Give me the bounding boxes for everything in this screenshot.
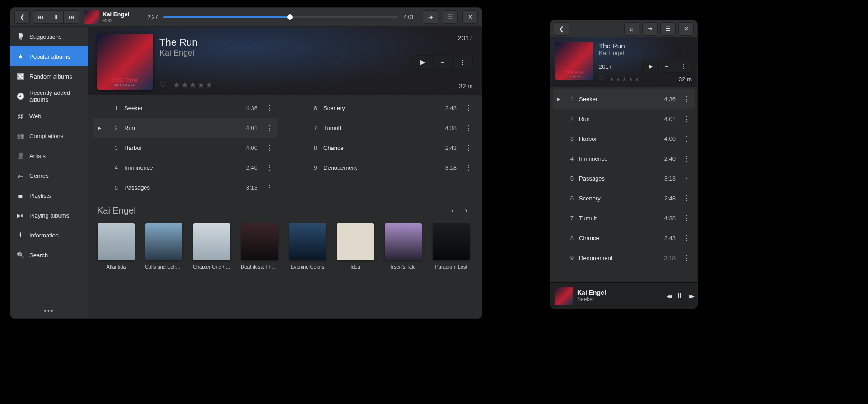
sidebar-overflow[interactable]: ••• <box>10 304 88 318</box>
album-meta-right: 2017 32 m <box>412 34 473 90</box>
compact-track-row[interactable]: 4Imminence2:40 <box>553 149 695 168</box>
compact-track-row[interactable]: 1Seeker4:36 <box>553 89 695 109</box>
track-menu-button[interactable] <box>681 135 692 143</box>
related-album[interactable]: Deathless: The R… <box>241 223 279 269</box>
play-album-button[interactable] <box>413 56 433 69</box>
sidebar-item-suggestions[interactable]: Suggestions <box>10 27 88 46</box>
track-menu-button[interactable] <box>264 124 275 132</box>
related-album[interactable]: Calls and Echoes <box>145 223 183 269</box>
sidebar-item-compilations[interactable]: Compilations <box>10 126 88 146</box>
sidebar-item-artists[interactable]: Artists <box>10 146 88 166</box>
progress-track[interactable] <box>163 16 398 18</box>
compact-expand-button[interactable] <box>642 22 658 36</box>
compact-track-row[interactable]: 5Passages3:13 <box>553 168 695 188</box>
sidebar-item-playing-albums[interactable]: Playing albums <box>10 205 88 225</box>
compact-track-row[interactable]: 7Tumult4:38 <box>553 208 695 228</box>
chevron-left-icon <box>20 14 25 20</box>
compact-back-button[interactable] <box>554 22 569 36</box>
track-menu-button[interactable] <box>463 104 474 112</box>
star-rating[interactable] <box>173 80 213 90</box>
track-menu-button[interactable] <box>681 234 692 242</box>
track-menu-button[interactable] <box>463 124 474 132</box>
chevron-right-icon <box>465 207 467 214</box>
footer-next-button[interactable] <box>689 292 693 299</box>
track-menu-button[interactable] <box>681 154 692 163</box>
related-album[interactable]: Paradigm Lost <box>432 223 470 269</box>
track-number: 1 <box>567 96 574 102</box>
compact-close-button[interactable] <box>678 22 694 36</box>
track-menu-button[interactable] <box>681 95 692 103</box>
favorite-button[interactable] <box>159 80 167 90</box>
prev-track-button[interactable] <box>33 10 48 24</box>
compact-play-button[interactable] <box>643 60 659 72</box>
sidebar-item-genres[interactable]: Genres <box>10 166 88 186</box>
sidebar-item-recently-added-albums[interactable]: Recently added albums <box>10 86 88 106</box>
track-menu-button[interactable] <box>681 115 692 123</box>
related-album-title: Calls and Echoes <box>145 264 183 269</box>
compact-track-row[interactable]: 2Run4:01 <box>553 109 695 129</box>
track-menu-button[interactable] <box>264 144 275 152</box>
sidebar-item-web[interactable]: Web <box>10 106 88 126</box>
compact-favorite-button[interactable] <box>599 75 605 83</box>
back-button[interactable] <box>14 10 30 24</box>
kebab-icon <box>460 59 466 65</box>
track-menu-button[interactable] <box>264 183 275 192</box>
related-album[interactable]: Idea <box>336 223 374 269</box>
progress-handle[interactable] <box>287 14 293 20</box>
track-menu-button[interactable] <box>681 194 692 203</box>
compact-menu-button[interactable] <box>660 22 676 36</box>
track-row[interactable]: 8Chance2:43 <box>292 138 477 158</box>
track-row[interactable]: 2Run4:01 <box>93 118 278 138</box>
album-title: The Run <box>159 37 406 48</box>
track-menu-button[interactable] <box>681 214 692 223</box>
track-menu-button[interactable] <box>681 254 692 262</box>
compact-star-rating[interactable] <box>609 76 640 83</box>
sidebar-item-popular-albums[interactable]: Popular albums <box>10 46 88 66</box>
track-row[interactable]: 1Seeker4:36 <box>93 98 278 118</box>
compact-dequeue-button[interactable] <box>659 60 675 72</box>
related-album[interactable]: Atlantida <box>97 223 135 269</box>
expand-button[interactable] <box>423 10 438 24</box>
track-row[interactable]: 6Scenery2:48 <box>292 98 477 118</box>
track-row[interactable]: 5Passages3:13 <box>93 177 278 197</box>
home-button[interactable] <box>624 22 639 36</box>
footer-prev-button[interactable] <box>666 292 670 299</box>
sidebar-item-information[interactable]: Information <box>10 225 88 245</box>
scroll-right-button[interactable] <box>459 204 473 217</box>
play-icon <box>649 63 653 70</box>
track-number: 7 <box>567 215 574 222</box>
track-duration: 2:48 <box>445 105 457 111</box>
sidebar-item-playlists[interactable]: Playlists <box>10 186 88 205</box>
footer-pause-button[interactable] <box>676 292 683 299</box>
close-button[interactable] <box>462 10 478 24</box>
track-number: 9 <box>567 255 574 261</box>
album-rating-row <box>159 80 406 90</box>
track-menu-button[interactable] <box>463 144 474 152</box>
track-menu-button[interactable] <box>463 163 474 172</box>
play-pause-button[interactable] <box>48 10 64 24</box>
elapsed-time: 2:27 <box>147 14 158 20</box>
track-menu-button[interactable] <box>681 174 692 183</box>
track-menu-button[interactable] <box>264 104 275 112</box>
scroll-left-button[interactable] <box>446 204 459 217</box>
compact-track-row[interactable]: 8Chance2:43 <box>553 228 695 248</box>
sidebar-item-search[interactable]: Search <box>10 245 88 265</box>
dequeue-button[interactable] <box>433 56 453 69</box>
album-more-button[interactable] <box>453 56 472 69</box>
next-track-button[interactable] <box>64 10 79 24</box>
track-row[interactable]: 9Denouement3:18 <box>292 158 477 177</box>
track-row[interactable]: 4Imminence2:40 <box>93 158 278 177</box>
compact-more-button[interactable] <box>675 60 691 72</box>
compact-track-row[interactable]: 3Harbor4:00 <box>553 129 695 149</box>
sidebar-item-random-albums[interactable]: Random albums <box>10 66 88 86</box>
track-row[interactable]: 3Harbor4:00 <box>93 138 278 158</box>
related-album[interactable]: Evening Colors <box>289 223 327 269</box>
compact-track-row[interactable]: 6Scenery2:48 <box>553 188 695 208</box>
menu-button[interactable] <box>443 10 458 24</box>
compact-track-list: 1Seeker4:362Run4:013Harbor4:004Imminence… <box>550 87 697 282</box>
related-album[interactable]: Chapter One / C… <box>193 223 231 269</box>
compact-track-row[interactable]: 9Denouement3:18 <box>553 248 695 268</box>
track-row[interactable]: 7Tumult4:38 <box>292 118 477 138</box>
related-album[interactable]: Irsen's Tale <box>384 223 422 269</box>
track-menu-button[interactable] <box>264 163 275 172</box>
